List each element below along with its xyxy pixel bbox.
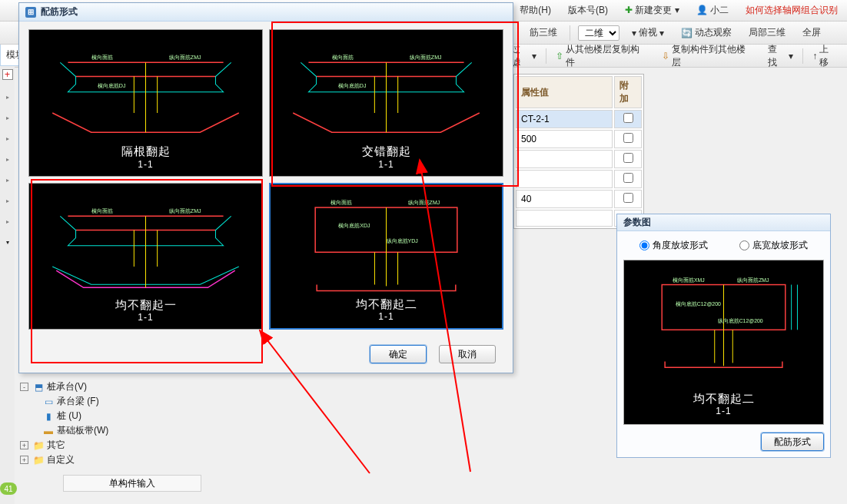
page-badge: 41 [0,482,17,495]
chevron-icon: ▾ [6,239,9,246]
option-subtitle: 1-1 [121,159,171,171]
pile-cap-icon: ⬒ [33,382,44,393]
option-subtitle: 1-1 [115,312,177,324]
svg-text:纵向面筋ZMJ: 纵向面筋ZMJ [169,208,201,214]
prop-cell[interactable] [516,170,613,188]
single-component-input-tab[interactable]: 单构件输入 [63,475,201,492]
tree-expand-icon[interactable]: + [20,441,28,449]
tree-item-pilecap[interactable]: - ⬒ 桩承台(V) [20,380,203,394]
btn-find[interactable]: 查找 ▾ [763,41,798,71]
svg-text:横向面筋: 横向面筋 [332,55,354,61]
prop-cell[interactable]: CT-2-1 [516,110,613,128]
svg-text:横向面筋: 横向面筋 [91,208,113,214]
tree-item-custom[interactable]: + 📁 自定义 [20,453,203,467]
option-no-lift-2[interactable]: 横向面筋 纵向面筋ZMJ 横向底筋XDJ 纵向底筋YDJ 均不翻起二 1-1 [269,183,503,330]
dialog-title-text: 配筋形式 [41,5,78,18]
radio-width-slope[interactable]: 底宽放坡形式 [739,239,808,252]
menu-help[interactable]: 帮助(H) [517,4,554,17]
chevron-icon: ▸ [6,156,9,163]
chevron-icon: ▸ [6,135,9,142]
folder-icon: 📁 [33,440,44,451]
preview-title: 均不翻起二 [693,392,755,405]
svg-text:纵向面筋ZMJ: 纵向面筋ZMJ [169,55,201,60]
svg-text:横向底筋C12@200: 横向底筋C12@200 [676,301,721,307]
cad-thumbnail: 横向面筋 纵向面筋ZMJ [37,193,254,302]
parameter-diagram-panel: 参数图 角度放坡形式 底宽放坡形式 横向面筋XMJ 纵向面筋ZMJ 横向底筋C1… [616,214,831,458]
btn-rebar3d[interactable]: 筋三维 [525,25,562,41]
svg-text:纵向面筋ZMJ: 纵向面筋ZMJ [410,55,442,60]
cad-preview-drawing: 横向面筋XMJ 纵向面筋ZMJ 横向底筋C12@200 纵向底筋C12@200 [633,268,814,381]
col-extra-header: 附加 [614,76,642,108]
cad-thumbnail: 横向面筋 纵向面筋ZMJ 横向底筋XDJ 纵向底筋YDJ [278,194,494,302]
property-grid[interactable]: 属性值 附加 CT-2-1 500 40 [513,74,644,229]
chevron-icon: ▸ [6,177,9,184]
param-preview[interactable]: 横向面筋XMJ 纵向面筋ZMJ 横向底筋C12@200 纵向底筋C12@200 … [623,260,824,425]
tree-collapse-icon[interactable]: - [20,383,28,391]
svg-text:横向面筋XMJ: 横向面筋XMJ [673,277,705,284]
rebar-form-button[interactable]: 配筋形式 [761,433,824,451]
option-subtitle: 1-1 [356,311,417,323]
beam-icon: ▭ [43,396,54,407]
svg-text:纵向面筋ZMJ: 纵向面筋ZMJ [737,277,769,283]
tree-item-pile[interactable]: ▮ 桩 (U) [20,409,203,423]
option-alternate-lift[interactable]: 横向面筋 纵向面筋ZMJ 横向底筋DJ 隔根翻起 1-1 [28,29,263,177]
option-no-lift-1[interactable]: 横向面筋 纵向面筋ZMJ 均不翻起一 1-1 [28,183,263,330]
btn-fullscreen[interactable]: 全屏 [798,25,825,41]
svg-text:纵向底筋C12@200: 纵向底筋C12@200 [718,318,763,323]
ok-button[interactable]: 确定 [370,345,427,363]
prop-checkbox[interactable] [614,150,642,168]
option-subtitle: 1-1 [362,159,411,171]
option-stagger-lift[interactable]: 横向面筋 纵向面筋ZMJ 横向底筋DJ 交错翻起 1-1 [269,29,503,177]
cancel-button[interactable]: 取消 [439,345,496,363]
link-how-to-axis[interactable]: 如何选择轴网组合识别 [742,4,841,17]
prop-cell[interactable] [516,150,613,168]
prop-cell[interactable] [516,210,613,227]
component-tree[interactable]: - ⬒ 桩承台(V) ▭ 承台梁 (F) ▮ 桩 (U) ▬ 基础板带(W) +… [15,373,208,473]
folder-icon: 📁 [33,455,44,466]
menu-newchange[interactable]: ✚ 新建变更 ▾ [622,4,683,17]
svg-text:横向面筋: 横向面筋 [330,200,352,206]
tree-item-stripfound[interactable]: ▬ 基础板带(W) [20,423,203,438]
svg-text:横向底筋XDJ: 横向底筋XDJ [338,223,370,229]
prop-cell[interactable]: 500 [516,130,613,148]
pile-icon: ▮ [43,411,54,422]
prop-cell[interactable]: 40 [516,190,613,208]
btn-copy-from-other[interactable]: ⇧ 从其他楼层复制构件 [551,41,653,71]
btn-local3d[interactable]: 局部三维 [744,25,790,41]
dimension-combo[interactable]: 二维 [578,25,619,41]
chevron-icon: ▸ [6,218,9,225]
btn-dynamicview[interactable]: 🔄 动态观察 [676,25,736,41]
cad-thumbnail: 横向面筋 纵向面筋ZMJ 横向底筋DJ [37,39,254,148]
user-indicator[interactable]: 👤 小二 [693,4,732,17]
svg-text:纵向面筋ZMJ: 纵向面筋ZMJ [408,200,440,205]
svg-text:横向底筋DJ: 横向底筋DJ [98,83,126,89]
svg-text:横向面筋: 横向面筋 [91,55,113,61]
cad-thumbnail: 横向面筋 纵向面筋ZMJ 横向底筋DJ [277,39,495,148]
col-value-header: 属性值 [516,76,613,108]
radio-angle-slope[interactable]: 角度放坡形式 [639,239,708,252]
tree-expand-icon[interactable]: + [20,456,28,464]
left-gutter: + ▸ ▸ ▸ ▸ ▸ ▸ ▸ ▾ [0,66,15,504]
chevron-icon: ▸ [6,197,9,204]
svg-text:纵向底筋YDJ: 纵向底筋YDJ [387,238,418,244]
menu-version[interactable]: 版本号(B) [565,4,611,17]
dialog-icon: ⊞ [25,7,36,18]
strip-icon: ▬ [43,426,54,436]
btn-overview[interactable]: ▾ 俯视 ▾ [627,25,669,41]
dialog-titlebar[interactable]: ⊞ 配筋形式 [19,3,513,22]
tree-item-capbeam[interactable]: ▭ 承台梁 (F) [20,394,203,409]
rebar-form-dialog: ⊞ 配筋形式 横向面筋 纵向面筋ZMJ 横向底筋DJ 隔根翻起 1-1 [18,2,513,373]
chevron-icon: ▸ [6,114,9,121]
btn-copy-to-other[interactable]: ⇩ 复制构件到其他楼层 [657,41,759,71]
prop-checkbox[interactable] [614,130,642,148]
tree-item-other[interactable]: + 📁 其它 [20,438,203,453]
svg-text:横向底筋DJ: 横向底筋DJ [338,83,367,89]
prop-checkbox[interactable] [614,190,642,208]
add-icon[interactable]: + [2,69,13,80]
btn-move-up[interactable]: ↑ 上移 [808,41,842,71]
preview-subtitle: 1-1 [693,406,755,418]
chevron-icon: ▸ [6,94,9,101]
prop-checkbox[interactable] [614,170,642,188]
prop-checkbox[interactable] [614,110,642,128]
param-panel-title[interactable]: 参数图 [617,214,830,231]
